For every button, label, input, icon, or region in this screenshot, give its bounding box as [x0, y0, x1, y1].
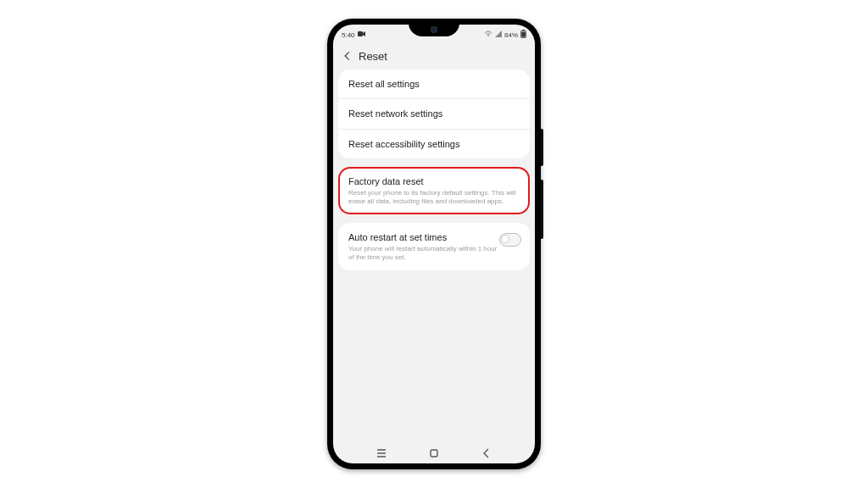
svg-rect-0: [358, 31, 363, 36]
recents-icon: [376, 447, 387, 459]
back-button[interactable]: [338, 47, 357, 65]
nav-home-button[interactable]: [428, 447, 440, 459]
home-icon: [428, 447, 440, 459]
row-title: Reset all settings: [348, 78, 520, 90]
page-title: Reset: [359, 50, 387, 63]
row-reset-accessibility-settings[interactable]: Reset accessibility settings: [338, 129, 530, 158]
settings-group-factory: Factory data reset Reset your phone to i…: [338, 167, 530, 214]
video-icon: [358, 30, 366, 39]
settings-group-auto-restart: Auto restart at set times Your phone wil…: [338, 223, 530, 270]
row-reset-all-settings[interactable]: Reset all settings: [338, 69, 530, 98]
nav-recents-button[interactable]: [376, 447, 387, 459]
status-time: 5:40: [342, 31, 355, 39]
svg-rect-8: [431, 450, 437, 457]
row-subtitle: Reset your phone to its factory default …: [348, 189, 520, 206]
row-auto-restart[interactable]: Auto restart at set times Your phone wil…: [338, 223, 530, 270]
row-subtitle: Your phone will restart automatically wi…: [348, 245, 498, 262]
camera-notch: [409, 25, 459, 36]
back-icon: [481, 447, 492, 459]
battery-percent: 84%: [504, 31, 518, 39]
nav-back-button[interactable]: [481, 447, 492, 459]
svg-point-1: [487, 35, 489, 36]
system-nav-bar: [333, 443, 535, 463]
app-bar: Reset: [333, 42, 535, 69]
row-title: Auto restart at set times: [348, 231, 498, 243]
svg-rect-4: [521, 32, 525, 37]
row-title: Reset network settings: [348, 108, 520, 119]
chevron-left-icon: [342, 50, 353, 62]
battery-icon: [520, 30, 526, 40]
signal-icon: [495, 30, 502, 39]
settings-content: Reset all settings Reset network setting…: [333, 69, 535, 270]
settings-group-basic: Reset all settings Reset network setting…: [338, 69, 530, 158]
row-factory-data-reset[interactable]: Factory data reset Reset your phone to i…: [338, 167, 530, 214]
phone-frame: 5:40 84%: [327, 19, 541, 469]
row-title: Reset accessibility settings: [348, 138, 520, 150]
row-title: Factory data reset: [348, 175, 520, 187]
wifi-icon: [484, 30, 492, 39]
phone-screen: 5:40 84%: [333, 25, 535, 463]
row-reset-network-settings[interactable]: Reset network settings: [338, 98, 530, 128]
auto-restart-toggle[interactable]: [499, 233, 521, 247]
